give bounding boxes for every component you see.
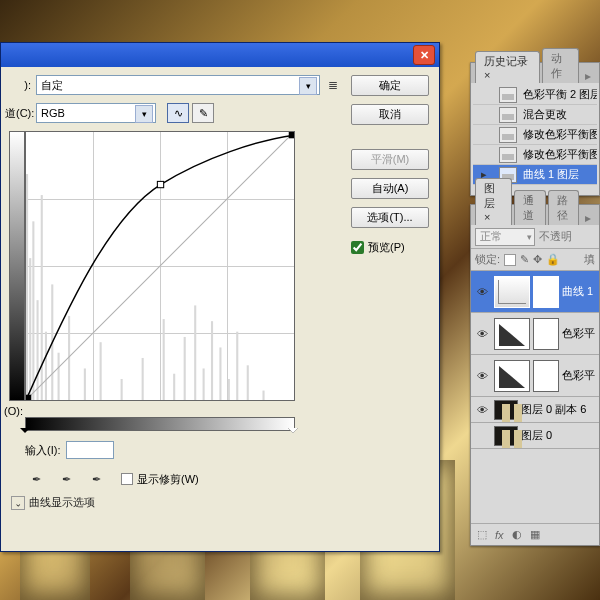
svg-rect-18 xyxy=(211,321,213,400)
tab-history[interactable]: 历史记录 × xyxy=(475,51,540,83)
svg-rect-7 xyxy=(58,353,60,400)
curve-display-options[interactable]: 曲线显示选项 xyxy=(11,495,341,510)
preview-checkbox[interactable]: 预览(P) xyxy=(351,240,429,255)
svg-rect-23 xyxy=(262,391,264,400)
lock-move-icon[interactable]: ✥ xyxy=(533,253,542,266)
sample-gray-icon[interactable]: ✒ xyxy=(55,469,77,489)
curves-chart[interactable] xyxy=(25,131,295,401)
panel-menu-icon[interactable]: ▸ xyxy=(581,211,595,225)
svg-rect-9 xyxy=(84,368,86,400)
history-item[interactable]: 混合更改 xyxy=(473,105,597,125)
svg-rect-3 xyxy=(37,300,39,400)
history-step-icon xyxy=(499,107,517,123)
output-gradient xyxy=(9,131,25,401)
layer-row[interactable]: 图层 0 xyxy=(471,423,599,449)
sample-black-icon[interactable]: ✒ xyxy=(25,469,47,489)
channel-combo[interactable]: RGB xyxy=(36,103,156,123)
layer-thumbnail[interactable] xyxy=(494,426,518,446)
svg-rect-0 xyxy=(26,174,28,400)
fill-label: 填 xyxy=(584,252,595,267)
panel-menu-icon[interactable]: ▸ xyxy=(581,69,595,83)
layer-thumbnail[interactable] xyxy=(494,318,530,350)
layer-thumbnail[interactable] xyxy=(494,360,530,392)
ok-button[interactable]: 确定 xyxy=(351,75,429,96)
history-panel: 历史记录 × 动作 ▸ 色彩平衡 2 图层混合更改修改色彩平衡图修改色彩平衡图曲… xyxy=(470,62,600,196)
auto-button[interactable]: 自动(A) xyxy=(351,178,429,199)
history-item[interactable]: 色彩平衡 2 图层 xyxy=(473,85,597,105)
history-step-icon xyxy=(499,147,517,163)
adjustment-icon[interactable]: ▦ xyxy=(530,528,540,541)
curve-tool-icon[interactable]: ∿ xyxy=(167,103,189,123)
history-item[interactable]: 修改色彩平衡图 xyxy=(473,125,597,145)
fx-icon[interactable]: fx xyxy=(495,529,504,541)
layer-mask[interactable] xyxy=(533,276,559,308)
input-label: 输入(I): xyxy=(25,443,60,458)
history-step-icon xyxy=(499,127,517,143)
preset-label: ): xyxy=(5,79,31,91)
output-label: (O): xyxy=(3,405,23,417)
svg-rect-19 xyxy=(219,347,221,400)
lock-all-icon[interactable]: 🔒 xyxy=(546,253,560,266)
input-gradient xyxy=(25,417,295,431)
layer-row[interactable]: 👁色彩平 xyxy=(471,355,599,397)
history-item[interactable]: 修改色彩平衡图 xyxy=(473,145,597,165)
tab-channels[interactable]: 通道 xyxy=(514,190,545,225)
svg-rect-15 xyxy=(184,337,186,400)
svg-rect-11 xyxy=(121,379,123,400)
visibility-icon[interactable]: 👁 xyxy=(473,286,491,298)
history-step-icon xyxy=(499,87,517,103)
svg-rect-22 xyxy=(247,365,249,400)
svg-rect-25 xyxy=(157,181,163,187)
layer-mask[interactable] xyxy=(533,360,559,392)
curves-dialog: ✕ ): 自定 ≣ 道(C): RGB ∿ ✎ xyxy=(0,42,440,552)
tab-paths[interactable]: 路径 xyxy=(548,190,579,225)
preset-menu-icon[interactable]: ≣ xyxy=(325,77,341,93)
layers-footer: ⬚ fx ◐ ▦ xyxy=(471,523,599,545)
layers-panel: 图层 × 通道 路径 ▸ 正常 不透明 锁定: ✎ ✥ 🔒 填 👁曲线 1👁色彩… xyxy=(470,204,600,546)
svg-rect-27 xyxy=(26,395,31,400)
svg-rect-20 xyxy=(228,379,230,400)
svg-rect-2 xyxy=(32,221,34,400)
visibility-icon[interactable]: 👁 xyxy=(473,370,491,382)
layer-row[interactable]: 👁曲线 1 xyxy=(471,271,599,313)
tab-layers[interactable]: 图层 × xyxy=(475,178,512,225)
channel-label: 道(C): xyxy=(5,106,31,121)
preset-combo[interactable]: 自定 xyxy=(36,75,320,95)
visibility-icon[interactable]: 👁 xyxy=(473,404,491,416)
show-clipping-checkbox[interactable]: 显示修剪(W) xyxy=(121,472,199,487)
svg-rect-26 xyxy=(289,132,294,138)
layer-thumbnail[interactable] xyxy=(494,276,530,308)
svg-rect-17 xyxy=(203,368,205,400)
mask-icon[interactable]: ◐ xyxy=(512,528,522,541)
svg-rect-14 xyxy=(173,374,175,400)
svg-rect-21 xyxy=(236,332,238,400)
smooth-button: 平滑(M) xyxy=(351,149,429,170)
svg-rect-10 xyxy=(100,342,102,400)
dialog-titlebar[interactable]: ✕ xyxy=(1,43,439,67)
options-button[interactable]: 选项(T)... xyxy=(351,207,429,228)
black-point-slider[interactable] xyxy=(20,428,30,438)
sample-white-icon[interactable]: ✒ xyxy=(85,469,107,489)
close-icon[interactable]: ✕ xyxy=(413,45,435,65)
svg-line-24 xyxy=(26,132,294,400)
lock-label: 锁定: xyxy=(475,252,500,267)
slider-track[interactable] xyxy=(25,431,295,439)
layer-row[interactable]: 👁图层 0 副本 6 xyxy=(471,397,599,423)
tab-actions[interactable]: 动作 xyxy=(542,48,579,83)
visibility-icon[interactable]: 👁 xyxy=(473,328,491,340)
pencil-tool-icon[interactable]: ✎ xyxy=(192,103,214,123)
svg-rect-5 xyxy=(45,332,47,400)
opacity-label: 不透明 xyxy=(539,229,572,244)
blend-mode-combo[interactable]: 正常 xyxy=(475,228,535,246)
layer-row[interactable]: 👁色彩平 xyxy=(471,313,599,355)
input-field[interactable] xyxy=(66,441,114,459)
lock-brush-icon[interactable]: ✎ xyxy=(520,253,529,266)
layer-mask[interactable] xyxy=(533,318,559,350)
svg-rect-1 xyxy=(29,258,31,400)
white-point-slider[interactable] xyxy=(288,428,298,438)
link-icon[interactable]: ⬚ xyxy=(477,528,487,541)
lock-transparency-icon[interactable] xyxy=(504,254,516,266)
cancel-button[interactable]: 取消 xyxy=(351,104,429,125)
svg-rect-16 xyxy=(194,305,196,400)
layer-thumbnail[interactable] xyxy=(494,400,518,420)
